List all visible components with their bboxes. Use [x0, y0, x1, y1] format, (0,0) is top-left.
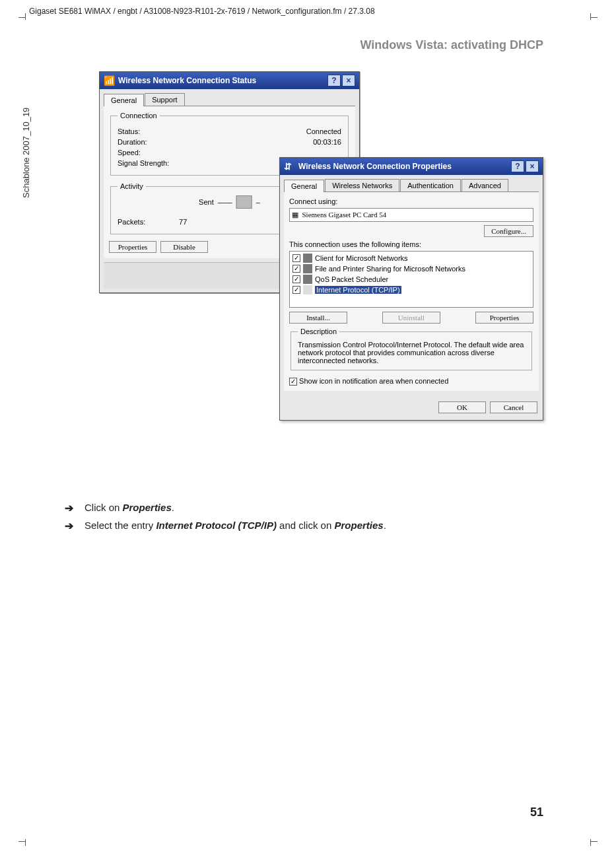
- disable-button[interactable]: Disable: [160, 241, 208, 253]
- configure-button[interactable]: Configure...: [484, 225, 533, 237]
- items-button-row: Install... Uninstall Properties: [289, 312, 533, 324]
- close-button[interactable]: ×: [526, 160, 539, 172]
- properties-titlebar[interactable]: ⇵ Wireless Network Connection Properties…: [280, 158, 543, 175]
- checkbox-icon[interactable]: ✓: [289, 378, 297, 386]
- strong-text: Properties: [334, 520, 383, 531]
- properties-button[interactable]: Properties: [109, 241, 156, 253]
- strong-text: Properties: [123, 502, 172, 513]
- status-tabbar: General Support: [104, 93, 355, 106]
- crop-mark: [591, 17, 598, 18]
- tab-support[interactable]: Support: [145, 93, 185, 106]
- connect-using-label: Connect using:: [289, 197, 533, 205]
- component-icon: [303, 275, 312, 284]
- ok-button[interactable]: OK: [438, 401, 486, 413]
- instruction-item: ➔ Click on Properties.: [65, 502, 547, 514]
- adapter-field[interactable]: ▦ Siemens Gigaset PC Card 54: [289, 208, 533, 222]
- crop-mark: [590, 13, 591, 20]
- dash-icon: ——: [218, 198, 232, 206]
- sent-label: Sent: [199, 198, 214, 206]
- adapter-value: Siemens Gigaset PC Card 54: [302, 211, 387, 219]
- tab-general-status[interactable]: General: [104, 94, 144, 106]
- computers-icon: [236, 195, 252, 209]
- tab-wireless-networks[interactable]: Wireless Networks: [325, 179, 399, 191]
- list-item-label: Client for Microsoft Networks: [315, 254, 408, 262]
- tab-authentication[interactable]: Authentication: [400, 179, 461, 191]
- template-version: Schablone 2007_10_19: [21, 108, 31, 198]
- properties-tabbar: General Wireless Networks Authentication…: [284, 179, 539, 192]
- strong-text: Internet Protocol (TCP/IP): [156, 520, 277, 531]
- status-label: Status:: [118, 127, 140, 135]
- protocol-icon: [303, 285, 312, 294]
- arrow-icon: ➔: [65, 520, 78, 532]
- crop-mark: [18, 17, 25, 18]
- items-label: This connection uses the following items…: [289, 240, 533, 248]
- document-path: Gigaset SE681 WiMAX / engbt / A31008-N92…: [29, 7, 375, 16]
- connection-legend: Connection: [118, 112, 160, 120]
- checkbox-icon[interactable]: ✓: [292, 286, 300, 294]
- wireless-icon: 📶: [104, 75, 114, 86]
- help-button[interactable]: ?: [327, 75, 341, 86]
- status-titlebar[interactable]: 📶 Wireless Network Connection Status ? ×: [100, 72, 359, 89]
- close-button[interactable]: ×: [342, 75, 355, 86]
- signal-label: Signal Strength:: [118, 159, 169, 167]
- crop-mark: [18, 841, 25, 842]
- show-icon-row[interactable]: ✓ Show icon in notification area when co…: [289, 377, 533, 386]
- list-item[interactable]: ✓ File and Printer Sharing for Microsoft…: [291, 263, 531, 274]
- instruction-text: Select the entry Internet Protocol (TCP/…: [85, 520, 386, 532]
- dash-icon: –: [256, 198, 260, 206]
- crop-mark: [591, 841, 598, 842]
- description-text: Transmission Control Protocol/Internet P…: [298, 341, 525, 364]
- checkbox-icon[interactable]: ✓: [292, 275, 300, 283]
- adapter-icon: ▦: [292, 211, 298, 219]
- arrow-icon: ➔: [65, 502, 78, 514]
- instruction-item: ➔ Select the entry Internet Protocol (TC…: [65, 520, 547, 532]
- text: Click on: [85, 502, 123, 513]
- speed-label: Speed:: [118, 149, 141, 156]
- description-legend: Description: [298, 327, 339, 335]
- show-icon-label: Show icon in notification area when conn…: [299, 377, 448, 385]
- install-button[interactable]: Install...: [289, 312, 347, 324]
- crop-mark: [25, 13, 26, 20]
- item-properties-button[interactable]: Properties: [475, 312, 533, 324]
- list-item[interactable]: ✓ Client for Microsoft Networks: [291, 253, 531, 263]
- tab-advanced[interactable]: Advanced: [462, 179, 508, 191]
- packets-value: 77: [179, 218, 187, 226]
- activity-legend: Activity: [118, 182, 146, 190]
- connection-icon: ⇵: [284, 161, 294, 172]
- duration-label: Duration:: [118, 138, 147, 146]
- crop-mark: [590, 839, 591, 846]
- items-list[interactable]: ✓ Client for Microsoft Networks ✓ File a…: [289, 251, 533, 308]
- checkbox-icon[interactable]: ✓: [292, 254, 300, 262]
- checkbox-icon[interactable]: ✓: [292, 265, 300, 273]
- properties-panel: Connect using: ▦ Siemens Gigaset PC Card…: [284, 192, 539, 391]
- status-value: Connected: [306, 127, 341, 135]
- text: .: [172, 502, 174, 513]
- tab-general-props[interactable]: General: [284, 180, 324, 192]
- packets-label: Packets:: [118, 218, 145, 226]
- instruction-text: Click on Properties.: [85, 502, 174, 514]
- properties-footer: OK Cancel: [280, 395, 543, 420]
- list-item-label: File and Printer Sharing for Microsoft N…: [315, 265, 465, 273]
- text: Select the entry: [85, 520, 156, 531]
- list-item-label: QoS Packet Scheduler: [315, 275, 388, 283]
- component-icon: [303, 254, 312, 263]
- properties-title: Wireless Network Connection Properties: [298, 162, 452, 171]
- cancel-button[interactable]: Cancel: [490, 401, 537, 413]
- text: .: [384, 520, 386, 531]
- component-icon: [303, 264, 312, 273]
- instruction-list: ➔ Click on Properties. ➔ Select the entr…: [65, 502, 547, 537]
- page-number: 51: [530, 806, 543, 819]
- section-title: Windows Vista: activating DHCP: [360, 38, 543, 52]
- status-title: Wireless Network Connection Status: [118, 76, 256, 85]
- duration-value: 00:03:16: [313, 138, 341, 146]
- crop-mark: [25, 839, 26, 846]
- help-button[interactable]: ?: [511, 160, 524, 172]
- list-item-selected[interactable]: ✓ Internet Protocol (TCP/IP): [291, 285, 531, 295]
- uninstall-button: Uninstall: [382, 312, 440, 324]
- list-item[interactable]: ✓ QoS Packet Scheduler: [291, 274, 531, 285]
- configure-row: Configure...: [289, 227, 533, 235]
- list-item-label: Internet Protocol (TCP/IP): [315, 286, 401, 294]
- description-fieldset: Description Transmission Control Protoco…: [291, 327, 532, 370]
- properties-dialog: ⇵ Wireless Network Connection Properties…: [279, 157, 543, 421]
- text: and click on: [277, 520, 335, 531]
